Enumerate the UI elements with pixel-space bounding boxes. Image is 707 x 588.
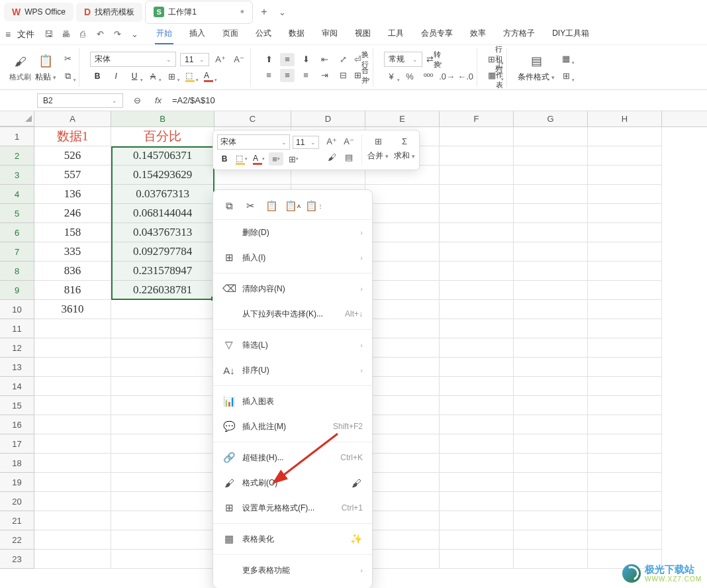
- cell[interactable]: [514, 146, 588, 166]
- save-icon[interactable]: 🖫: [41, 27, 56, 42]
- tab-workbook-1[interactable]: S工作簿1•: [145, 1, 253, 24]
- table-style-icon[interactable]: ▦▾: [559, 52, 573, 66]
- mini-font-color-icon[interactable]: A▾: [252, 152, 266, 166]
- cell[interactable]: [440, 511, 514, 530]
- cell[interactable]: [34, 338, 111, 358]
- cell[interactable]: [440, 434, 514, 454]
- cell[interactable]: [111, 492, 214, 511]
- wrap-text-button[interactable]: ⏎ 换行: [354, 53, 369, 66]
- col-header-F[interactable]: F: [440, 111, 514, 126]
- ctx-insert-chart[interactable]: 📊插入图表: [213, 389, 372, 414]
- file-menu[interactable]: 文件: [17, 28, 34, 40]
- row-header-14[interactable]: 14: [0, 377, 34, 396]
- tab-review[interactable]: 审阅: [320, 24, 339, 44]
- cell[interactable]: [365, 300, 440, 319]
- cell[interactable]: [514, 377, 588, 396]
- cell[interactable]: [34, 415, 111, 434]
- cell[interactable]: [514, 223, 588, 242]
- cell[interactable]: [514, 550, 588, 569]
- strikethrough-icon[interactable]: A▾: [146, 70, 160, 83]
- row-header-15[interactable]: 15: [0, 396, 34, 415]
- cell[interactable]: [514, 204, 588, 223]
- cell[interactable]: 3610: [34, 300, 111, 319]
- row-header-3[interactable]: 3: [0, 166, 34, 185]
- tab-search-template[interactable]: D找稻壳模板: [76, 3, 142, 22]
- ctx-insert-comment[interactable]: 💬插入批注(M)Shift+F2: [213, 414, 372, 439]
- col-header-C[interactable]: C: [214, 111, 291, 126]
- cell[interactable]: [365, 319, 440, 338]
- cell[interactable]: [588, 300, 662, 319]
- row-header-9[interactable]: 9: [0, 281, 34, 300]
- cancel-formula-icon[interactable]: ⊖: [130, 94, 144, 107]
- font-color-icon[interactable]: A▾: [201, 70, 216, 83]
- cell[interactable]: [514, 185, 588, 204]
- cell[interactable]: [588, 358, 662, 377]
- underline-icon[interactable]: U▾: [127, 70, 142, 83]
- mini-bold-icon[interactable]: B: [217, 152, 232, 166]
- cell[interactable]: [514, 338, 588, 358]
- cell[interactable]: [34, 454, 111, 473]
- cell[interactable]: [440, 530, 514, 550]
- cell[interactable]: [34, 473, 111, 492]
- new-tab-button[interactable]: +: [256, 3, 272, 21]
- cell[interactable]: [365, 242, 440, 262]
- cell[interactable]: [440, 415, 514, 434]
- cell[interactable]: [514, 127, 588, 146]
- font-family-select[interactable]: 宋体⌄: [90, 52, 176, 67]
- cell[interactable]: 836: [34, 262, 111, 281]
- col-header-A[interactable]: A: [34, 111, 111, 126]
- cell[interactable]: [111, 319, 214, 338]
- cell[interactable]: [588, 396, 662, 415]
- col-header-H[interactable]: H: [588, 111, 662, 126]
- ctx-dropdown-select[interactable]: 从下拉列表中选择(K)...Alt+↓: [213, 301, 372, 326]
- row-header-1[interactable]: 1: [0, 127, 34, 146]
- cell[interactable]: [365, 454, 440, 473]
- cell[interactable]: [514, 511, 588, 530]
- cell[interactable]: 246: [34, 204, 111, 223]
- qat-dropdown-icon[interactable]: ⌄: [127, 27, 142, 42]
- cell[interactable]: [365, 415, 440, 434]
- ctx-format-painter[interactable]: 🖌格式刷(O)🖌: [213, 470, 372, 495]
- align-middle-icon[interactable]: ≡: [280, 53, 295, 66]
- cell[interactable]: 0.03767313: [111, 185, 214, 204]
- row-header-12[interactable]: 12: [0, 338, 34, 358]
- ctx-sort[interactable]: A↓排序(U)›: [213, 358, 372, 383]
- tab-member[interactable]: 会员专享: [420, 24, 454, 44]
- tab-ffgz[interactable]: 方方格子: [502, 24, 536, 44]
- cell[interactable]: [514, 473, 588, 492]
- ctx-filter[interactable]: ▽筛选(L)›: [213, 332, 372, 358]
- fill-color-icon[interactable]: ⬚▾: [183, 70, 197, 83]
- row-header-22[interactable]: 22: [0, 530, 34, 550]
- cell[interactable]: [34, 550, 111, 569]
- increase-font-icon[interactable]: A⁺: [213, 53, 228, 66]
- cell[interactable]: [111, 377, 214, 396]
- cell[interactable]: 136: [34, 185, 111, 204]
- cell[interactable]: [514, 358, 588, 377]
- tab-formula[interactable]: 公式: [254, 24, 273, 44]
- align-bottom-icon[interactable]: ⬇: [299, 53, 313, 66]
- mini-fill-color-icon[interactable]: ⬚▾: [234, 152, 249, 166]
- ctx-beautify[interactable]: ▦表格美化✨: [213, 526, 372, 552]
- cell[interactable]: [111, 511, 214, 530]
- cell[interactable]: [514, 492, 588, 511]
- cell[interactable]: [34, 377, 111, 396]
- cell[interactable]: [514, 262, 588, 281]
- ctx-paste-text-icon[interactable]: 📋A: [286, 199, 299, 213]
- cell[interactable]: [365, 262, 440, 281]
- cell[interactable]: [365, 550, 440, 569]
- cell[interactable]: [588, 338, 662, 358]
- cell[interactable]: [111, 550, 214, 569]
- ctx-more[interactable]: 更多表格功能›: [213, 558, 372, 583]
- fx-icon[interactable]: fx: [151, 94, 165, 107]
- dec-inc-icon[interactable]: .0→: [440, 70, 454, 83]
- ctx-insert[interactable]: ⊞插入(I)›: [213, 245, 372, 270]
- cell[interactable]: [111, 358, 214, 377]
- cell[interactable]: [440, 300, 514, 319]
- cell[interactable]: [588, 204, 662, 223]
- cell[interactable]: [514, 281, 588, 300]
- convert-button[interactable]: ⇄ 转换▾: [426, 53, 441, 66]
- cell[interactable]: [514, 454, 588, 473]
- tab-diy[interactable]: DIY工具箱: [551, 24, 590, 44]
- select-all-corner[interactable]: [0, 111, 34, 126]
- ctx-hyperlink[interactable]: 🔗超链接(H)...Ctrl+K: [213, 445, 372, 470]
